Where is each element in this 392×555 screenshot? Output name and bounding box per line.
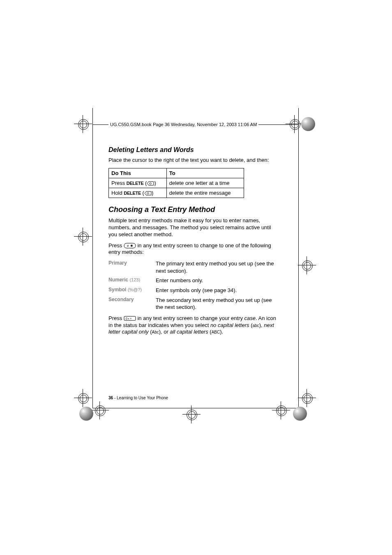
method-desc: The secondary text entry method you set … — [156, 297, 277, 311]
abc-upper-icon: ABC — [212, 330, 220, 334]
list-item: Symbol (%@?) Enter symbols only (see pag… — [108, 287, 277, 294]
table-cell: Hold DELETE () — [109, 188, 167, 198]
body-text: Press #✱ in any text entry screen to cha… — [108, 242, 277, 256]
registration-mark-icon — [289, 118, 300, 130]
registration-mark-icon — [77, 392, 89, 404]
delete-actions-table: Do This To Press DELETE () delete one le… — [108, 168, 244, 198]
registration-mark-icon — [77, 118, 89, 130]
section-heading: Deleting Letters and Words — [108, 146, 277, 154]
list-item: Secondary The secondary text entry metho… — [108, 297, 277, 311]
table-cell: Press DELETE () — [109, 178, 167, 188]
hash-key-icon: #✱ — [124, 243, 136, 249]
delete-key-icon — [147, 181, 154, 186]
sphere-icon — [79, 407, 93, 421]
body-text: Press 0 • + in any text entry screen to … — [108, 315, 277, 336]
table-header: To — [166, 168, 244, 178]
svg-text:#: # — [127, 244, 129, 248]
method-label: Primary — [108, 260, 156, 274]
body-text: Multiple text entry methods make it easy… — [108, 217, 277, 238]
zero-key-icon: 0 • + — [124, 316, 136, 321]
delete-key-icon — [144, 191, 152, 196]
entry-methods-list: Primary The primary text entry method yo… — [108, 260, 277, 311]
sphere-icon — [293, 407, 307, 421]
table-header-row: Do This To — [109, 168, 244, 178]
abc-lower-icon: abc — [253, 323, 259, 328]
registration-mark-icon — [186, 409, 197, 420]
page-number: 36 — [108, 396, 113, 400]
registration-mark-icon — [94, 405, 106, 416]
chapter-name: Learning to Use Your Phone — [117, 396, 168, 400]
table-row: Press DELETE () delete one letter at a t… — [109, 178, 244, 188]
table-header: Do This — [109, 168, 167, 178]
body-text: Place the cursor to the right of the tex… — [108, 157, 277, 164]
registration-mark-icon — [301, 260, 313, 271]
method-label: Numeric (123) — [108, 277, 156, 284]
registration-mark-icon — [301, 392, 313, 404]
table-row: Hold DELETE () delete the entire message — [109, 188, 244, 198]
svg-text:✱: ✱ — [130, 244, 133, 248]
book-header-line: UG.C550.GSM.book Page 36 Wednesday, Nove… — [108, 122, 258, 127]
method-label: Secondary — [108, 297, 156, 311]
table-cell: delete the entire message — [166, 188, 244, 198]
page-content: Deleting Letters and Words Place the cur… — [108, 146, 277, 340]
method-desc: Enter symbols only (see page 34). — [156, 287, 277, 294]
registration-mark-icon — [275, 405, 287, 416]
method-desc: Enter numbers only. — [156, 277, 277, 284]
list-item: Primary The primary text entry method yo… — [108, 260, 277, 274]
svg-text:0 • +: 0 • + — [126, 317, 131, 320]
section-heading: Choosing a Text Entry Method — [108, 205, 277, 214]
method-desc: The primary text entry method you set up… — [156, 260, 277, 274]
registration-mark-icon — [77, 231, 89, 242]
method-label: Symbol (%@?) — [108, 287, 156, 294]
abc-mixed-icon: Abc — [152, 330, 159, 334]
sphere-icon — [301, 117, 315, 131]
page-footer: 36 - Learning to Use Your Phone — [108, 396, 168, 400]
list-item: Numeric (123) Enter numbers only. — [108, 277, 277, 284]
table-cell: delete one letter at a time — [166, 178, 244, 188]
